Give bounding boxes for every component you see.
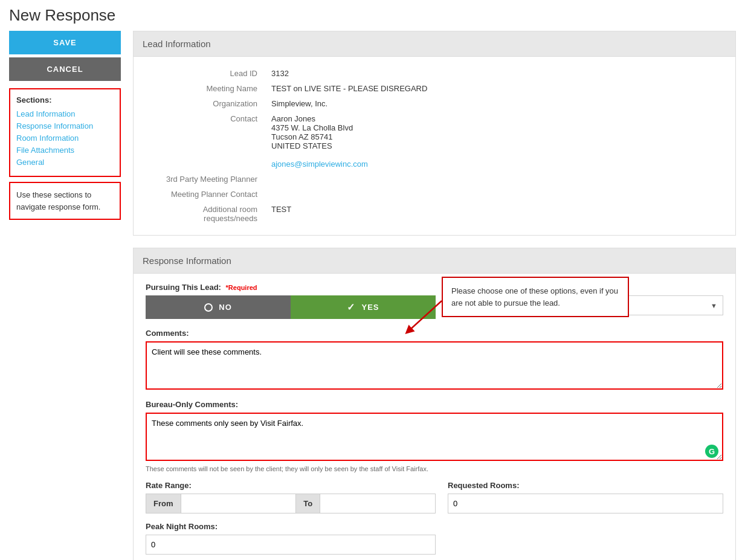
- lead-section-body: Lead ID 3132 Meeting Name TEST on LIVE S…: [133, 56, 736, 236]
- rate-range-row: Rate Range: From To Requested Rooms:: [146, 481, 723, 513]
- response-section-header: Response Information: [133, 248, 736, 273]
- pursuing-required: *Required: [226, 284, 257, 291]
- sidebar-callout: Use these sections to navigate response …: [9, 182, 121, 220]
- field-label: Additional roomrequests/needs: [146, 202, 266, 226]
- check-icon: ✓: [347, 301, 355, 313]
- bureau-label: Bureau-Only Comments:: [146, 400, 723, 409]
- sections-box: Sections: Lead Information Response Info…: [9, 88, 121, 177]
- svg-line-0: [408, 301, 442, 331]
- requested-rooms-field: Requested Rooms:: [448, 481, 723, 513]
- page-title: New Response: [9, 6, 736, 25]
- sidebar: SAVE CANCEL Sections: Lead Information R…: [9, 31, 127, 560]
- peak-night-input[interactable]: [146, 535, 436, 555]
- field-label: Lead ID: [146, 66, 266, 81]
- peak-night-field: Peak Night Rooms:: [146, 522, 723, 555]
- main-content: Lead Information Lead ID 3132 Meeting Na…: [127, 31, 736, 560]
- grammarly-icon: G: [705, 445, 718, 458]
- radio-circle: [204, 303, 213, 312]
- comments-textarea[interactable]: Client will see these comments.: [146, 341, 723, 390]
- bureau-field: Bureau-Only Comments: These comments onl…: [146, 400, 723, 472]
- from-label: From: [146, 494, 181, 513]
- sections-label: Sections:: [16, 95, 114, 105]
- table-row: Contact Aaron Jones4375 W. La Cholla Blv…: [146, 111, 723, 172]
- response-section-body: Please choose one of these options, even…: [133, 273, 736, 560]
- table-row: Organization Simpleview, Inc.: [146, 96, 723, 111]
- table-row: Additional roomrequests/needs TEST: [146, 202, 723, 226]
- annotation-callout: Please choose one of these options, even…: [442, 277, 629, 317]
- sidebar-item-response[interactable]: Response Information: [16, 121, 114, 130]
- sidebar-item-files[interactable]: File Attachments: [16, 146, 114, 155]
- field-value: [266, 172, 723, 187]
- field-label: Meeting Name: [146, 81, 266, 96]
- pursuing-toggle: NO ✓ YES: [146, 295, 436, 319]
- requested-rooms-label: Requested Rooms:: [448, 481, 723, 490]
- save-button[interactable]: SAVE: [9, 31, 121, 54]
- response-section: Response Information Please choose one o…: [133, 248, 736, 560]
- requested-rooms-input[interactable]: [448, 494, 723, 513]
- sidebar-item-general[interactable]: General: [16, 158, 114, 167]
- lead-section: Lead Information Lead ID 3132 Meeting Na…: [133, 31, 736, 236]
- bureau-area-wrapper: These comments only seen by Visit Fairfa…: [146, 413, 723, 463]
- field-value: Aaron Jones4375 W. La Cholla BlvdTucson …: [266, 111, 723, 172]
- pursuing-label: Pursuing This Lead: *Required: [146, 283, 436, 292]
- lead-info-table: Lead ID 3132 Meeting Name TEST on LIVE S…: [146, 66, 723, 226]
- pursuing-field: Pursuing This Lead: *Required NO: [146, 283, 436, 319]
- field-value: 3132: [266, 66, 723, 81]
- sidebar-item-room[interactable]: Room Information: [16, 134, 114, 143]
- rate-range-field: Rate Range: From To: [146, 481, 436, 513]
- field-value: Simpleview, Inc.: [266, 96, 723, 111]
- cancel-button[interactable]: CANCEL: [9, 57, 121, 81]
- field-label: Contact: [146, 111, 266, 172]
- rate-to-input[interactable]: [320, 494, 435, 513]
- table-row: Lead ID 3132: [146, 66, 723, 81]
- sections-nav: Sections: Lead Information Response Info…: [9, 88, 121, 220]
- lead-section-header: Lead Information: [133, 31, 736, 56]
- sidebar-item-lead[interactable]: Lead Information: [16, 109, 114, 118]
- pursuing-no-button[interactable]: NO: [146, 295, 291, 319]
- bureau-hint: These comments will not be seen by the c…: [146, 465, 723, 472]
- rate-from-input[interactable]: [181, 494, 296, 513]
- field-label: Meeting Planner Contact: [146, 187, 266, 202]
- field-label: 3rd Party Meeting Planner: [146, 172, 266, 187]
- table-row: 3rd Party Meeting Planner: [146, 172, 723, 187]
- field-label: Organization: [146, 96, 266, 111]
- peak-night-label: Peak Night Rooms:: [146, 522, 723, 531]
- rate-range-label: Rate Range:: [146, 481, 436, 490]
- field-value: [266, 187, 723, 202]
- rate-range-group: From To: [146, 494, 436, 513]
- table-row: Meeting Planner Contact: [146, 187, 723, 202]
- table-row: Meeting Name TEST on LIVE SITE - PLEASE …: [146, 81, 723, 96]
- bureau-textarea[interactable]: These comments only seen by Visit Fairfa…: [146, 413, 723, 461]
- field-value: TEST on LIVE SITE - PLEASE DISREGARD: [266, 81, 723, 96]
- to-label: To: [295, 494, 320, 513]
- field-value: TEST: [266, 202, 723, 226]
